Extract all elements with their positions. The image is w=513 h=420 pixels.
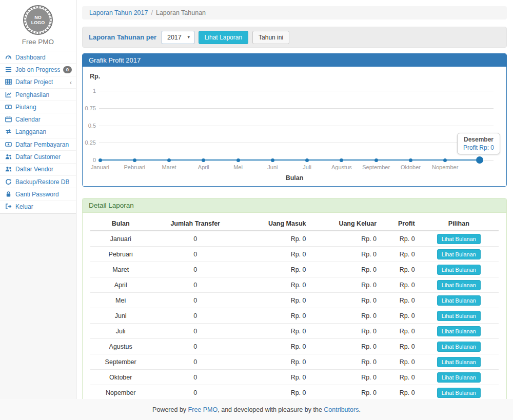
sidebar-item-penghasilan[interactable]: Penghasilan (0, 89, 76, 101)
jumlah-transfer-cell: 0 (151, 247, 240, 262)
sidebar-item-daftar-customer[interactable]: Daftar Customer (0, 151, 76, 163)
uang-keluar-cell: Rp. 0 (310, 247, 381, 262)
pilihan-cell: Lihat Bulanan (419, 354, 499, 370)
data-point (271, 158, 274, 162)
lihat-bulanan-button[interactable]: Lihat Bulanan (437, 265, 481, 275)
y-axis-tick: 0.75 (83, 105, 96, 111)
month-cell: Mei (90, 293, 151, 308)
footer-middle: , and developed with pleasure by the (218, 406, 324, 413)
sidebar-item-calendar[interactable]: Calendar (0, 113, 76, 126)
x-axis-tick: September (358, 164, 394, 170)
uang-masuk-cell: Rp. 0 (240, 354, 310, 370)
profit-cell: Rp. 0 (381, 308, 419, 324)
x-axis-tick: Pebruari (116, 164, 152, 170)
jumlah-transfer-cell: 0 (151, 339, 240, 354)
lihat-bulanan-button[interactable]: Lihat Bulanan (437, 388, 481, 398)
year-select-value: 2017 (167, 34, 182, 41)
lihat-bulanan-button[interactable]: Lihat Bulanan (437, 326, 481, 336)
table-row: Mei0Rp. 0Rp. 0Rp. 0Lihat Bulanan (90, 293, 499, 308)
lihat-bulanan-button[interactable]: Lihat Bulanan (437, 280, 481, 290)
retweet-icon (5, 128, 12, 135)
sidebar-item-label: Backup/Restore DB (15, 178, 69, 186)
data-point (340, 158, 343, 162)
breadcrumb-separator: / (151, 9, 152, 16)
profit-cell: Rp. 0 (381, 339, 419, 354)
sidebar-item-daftar-pembayaran[interactable]: Daftar Pembayaran (0, 138, 76, 151)
uang-masuk-cell: Rp. 0 (240, 247, 310, 262)
data-point (98, 158, 102, 162)
no-logo-seal-inner: NO LOGO (26, 8, 50, 32)
sidebar-item-label: Job on Progress (15, 66, 60, 73)
sidebar-item-backup-restore-db[interactable]: Backup/Restore DB (0, 176, 76, 188)
sidebar-item-daftar-vendor[interactable]: Daftar Vendor (0, 164, 76, 176)
free-pmo-link[interactable]: Free PMO (188, 406, 218, 413)
uang-masuk-cell: Rp. 0 (240, 262, 310, 277)
profit-chart-panel: Grafik Profit 2017 Rp. Bulan Desember Pr… (82, 53, 507, 187)
money-icon (5, 141, 12, 148)
month-cell: Nopember (90, 385, 151, 401)
calendar-icon (5, 116, 12, 123)
sidebar-item-daftar-project[interactable]: Daftar Project‹ (0, 76, 76, 89)
uang-masuk-cell: Rp. 0 (240, 370, 310, 385)
breadcrumb-current: Laporan Tahunan (156, 9, 206, 16)
sidebar-item-langganan[interactable]: Langganan (0, 126, 76, 138)
column-header: Uang Keluar (310, 217, 381, 231)
sidebar-item-keluar[interactable]: Keluar (0, 201, 76, 213)
y-axis-tick: 1 (83, 88, 96, 94)
lihat-bulanan-button[interactable]: Lihat Bulanan (437, 342, 481, 352)
money-icon (5, 104, 12, 111)
sidebar-item-job-on-progress[interactable]: Job on Progress0 (0, 64, 76, 76)
contributors-link[interactable]: Contributors (324, 406, 359, 413)
lihat-laporan-button[interactable]: Lihat Laporan (199, 31, 248, 44)
table-row: September0Rp. 0Rp. 0Rp. 0Lihat Bulanan (90, 354, 499, 370)
lihat-bulanan-button[interactable]: Lihat Bulanan (437, 357, 481, 367)
breadcrumb-link[interactable]: Laporan Tahun 2017 (89, 9, 148, 16)
detail-laporan-panel: Detail Laporan BulanJumlah TransferUang … (82, 198, 507, 420)
line-chart-icon (5, 91, 12, 98)
jumlah-transfer-cell: 0 (151, 370, 240, 385)
table-row: Januari0Rp. 0Rp. 0Rp. 0Lihat Bulanan (90, 231, 499, 247)
lihat-bulanan-button[interactable]: Lihat Bulanan (437, 234, 481, 244)
uang-keluar-cell: Rp. 0 (310, 370, 381, 385)
sidebar-item-dashboard[interactable]: Dashboard (0, 51, 76, 64)
x-axis-tick: Nopember (427, 164, 463, 170)
jumlah-transfer-cell: 0 (151, 308, 240, 324)
profit-cell: Rp. 0 (381, 293, 419, 308)
profit-cell: Rp. 0 (381, 247, 419, 262)
jumlah-transfer-cell: 0 (151, 293, 240, 308)
pilihan-cell: Lihat Bulanan (419, 293, 499, 308)
table-row: Maret0Rp. 0Rp. 0Rp. 0Lihat Bulanan (90, 262, 499, 277)
lock-icon (5, 191, 12, 198)
pilihan-cell: Lihat Bulanan (419, 231, 499, 247)
sidebar-item-piutang[interactable]: Piutang (0, 101, 76, 113)
footer: Powered by Free PMO, and developed with … (0, 399, 513, 420)
pilihan-cell: Lihat Bulanan (419, 370, 499, 385)
uang-keluar-cell: Rp. 0 (310, 262, 381, 277)
data-point (443, 158, 447, 162)
year-select[interactable]: 2017 ▼ (162, 31, 194, 44)
month-cell: Juli (90, 324, 151, 339)
pilihan-cell: Lihat Bulanan (419, 339, 499, 354)
table-row: Oktober0Rp. 0Rp. 0Rp. 0Lihat Bulanan (90, 370, 499, 385)
uang-keluar-cell: Rp. 0 (310, 231, 381, 247)
jumlah-transfer-cell: 0 (151, 324, 240, 339)
profit-line (100, 159, 480, 161)
sidebar-item-label: Daftar Pembayaran (15, 141, 69, 148)
detail-table: BulanJumlah TransferUang MasukUang Kelua… (90, 217, 499, 420)
lihat-bulanan-button[interactable]: Lihat Bulanan (437, 372, 481, 383)
sidebar-item-ganti-password[interactable]: Ganti Password (0, 188, 76, 201)
pilihan-cell: Lihat Bulanan (419, 277, 499, 293)
table-row: Agustus0Rp. 0Rp. 0Rp. 0Lihat Bulanan (90, 339, 499, 354)
lihat-bulanan-button[interactable]: Lihat Bulanan (437, 295, 481, 306)
lihat-bulanan-button[interactable]: Lihat Bulanan (437, 311, 481, 321)
count-badge: 0 (63, 66, 72, 73)
jumlah-transfer-cell: 0 (151, 262, 240, 277)
lihat-bulanan-button[interactable]: Lihat Bulanan (437, 249, 481, 259)
data-point (236, 158, 240, 162)
uang-masuk-cell: Rp. 0 (240, 324, 310, 339)
data-point (476, 156, 483, 164)
jumlah-transfer-cell: 0 (151, 231, 240, 247)
tahun-ini-button[interactable]: Tahun ini (252, 31, 289, 44)
chart-ylabel: Rp. (90, 73, 100, 80)
report-toolbar: Laporan Tahunan per 2017 ▼ Lihat Laporan… (82, 27, 507, 48)
